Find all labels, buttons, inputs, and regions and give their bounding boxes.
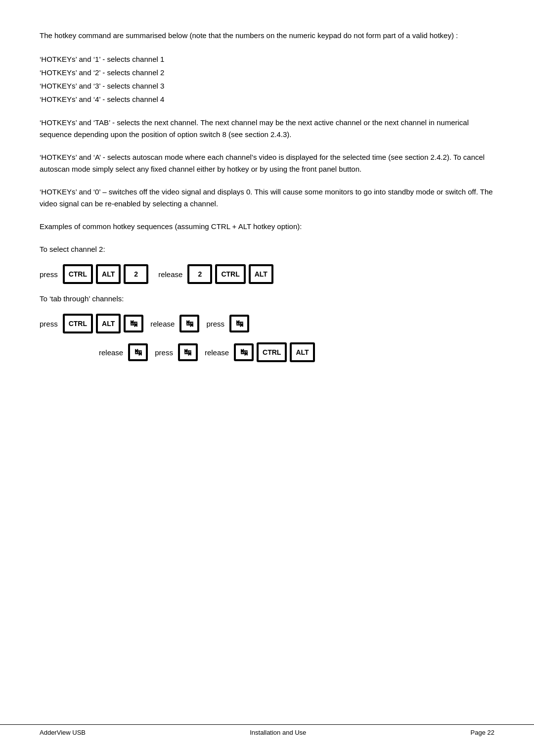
autoscan-paragraph: ‘HOTKEYs’ and ‘A’ - selects autoscan mod… [40,151,494,175]
tab-key-4: ↹ [128,343,148,361]
hotkey-list: ‘HOTKEYs’ and ‘1’ - selects channel 1 ‘H… [40,52,494,106]
list-item: ‘HOTKEYs’ and ‘1’ - selects channel 1 [40,52,494,66]
tab-paragraph: ‘HOTKEYs’ and ‘TAB’ - selects the next c… [40,117,494,141]
two-key-1: 2 [124,264,148,284]
alt-key-1: ALT [96,264,121,284]
tab-channels-label: To ‘tab through’ channels: [40,293,494,305]
tab-key-5: ↹ [178,343,198,361]
tab-channels-sequence-2: release ↹ press ↹ release ↹ CTRL ALT [99,342,494,362]
intro-paragraph: The hotkey command are summarised below … [40,30,494,42]
tab-key-2: ↹ [179,315,199,332]
channel2-key-sequence: press CTRL ALT 2 release 2 CTRL ALT [40,264,494,284]
ctrl-key-2: CTRL [215,264,245,284]
release-label-3: release [99,348,123,357]
tab-key-1: ↹ [124,315,143,332]
page-footer: AdderView USB Installation and Use Page … [0,724,534,736]
list-item: ‘HOTKEYs’ and ‘3’ - selects channel 3 [40,79,494,93]
ctrl-key-3: CTRL [63,314,93,333]
release-label-2: release [150,320,175,328]
press-label-3: press [206,320,224,328]
two-key-2: 2 [187,264,212,284]
page-container: The hotkey command are summarised below … [0,0,534,756]
list-item: ‘HOTKEYs’ and ‘2’ - selects channel 2 [40,66,494,79]
press-label-1: press [40,270,58,279]
tab-channels-sequence-1: press CTRL ALT ↹ release ↹ press ↹ [40,314,494,333]
press-label-2: press [40,320,58,328]
tab-key-3: ↹ [229,315,249,332]
footer-right: Page 22 [471,729,494,736]
list-item: ‘HOTKEYs’ and ‘4’ - selects channel 4 [40,93,494,106]
alt-key-3: ALT [96,314,121,333]
alt-key-2: ALT [249,264,273,284]
select-channel-label: To select channel 2: [40,243,494,255]
video-paragraph: ‘HOTKEYs’ and ‘0’ – switches off the vid… [40,186,494,210]
ctrl-key-1: CTRL [63,264,93,284]
footer-left: AdderView USB [40,729,86,736]
press-label-4: press [155,348,173,357]
tab-key-6: ↹ [234,343,254,361]
release-label-1: release [158,270,182,279]
ctrl-key-4: CTRL [257,342,287,362]
examples-label: Examples of common hotkey sequences (ass… [40,221,494,233]
release-label-4: release [205,348,229,357]
alt-key-4: ALT [290,342,314,362]
footer-center: Installation and Use [250,729,306,736]
